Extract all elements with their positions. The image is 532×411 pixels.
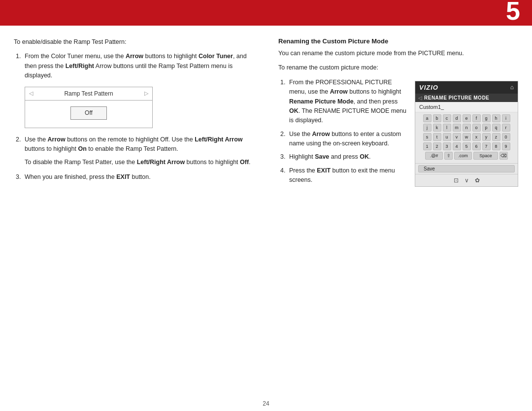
ramp-left-arrow-icon: ◁ — [29, 89, 33, 98]
key-y[interactable]: y — [482, 133, 491, 141]
key-4[interactable]: 4 — [453, 142, 461, 150]
key-r[interactable]: r — [502, 124, 510, 132]
ramp-test-pattern-box: ◁ Ramp Test Pattern ▷ Off — [25, 87, 153, 128]
key-c[interactable]: c — [443, 114, 451, 122]
key-backspace-icon[interactable]: ⌫ — [499, 152, 508, 160]
keyboard-row-1: a b c d e f g h i — [418, 114, 515, 122]
tv-ui-text-input[interactable]: Custom1_ — [415, 102, 518, 112]
key-q[interactable]: q — [492, 124, 500, 132]
keyboard-row-4: 1 2 3 4 5 6 7 8 9 — [418, 142, 515, 150]
right-column: Renaming the Custom Picture Mode You can… — [273, 37, 518, 387]
key-2[interactable]: 2 — [433, 142, 441, 150]
section-heading: Renaming the Custom Picture Mode — [278, 37, 518, 45]
right-intro-text: You can rename the custom picture mode f… — [278, 49, 518, 58]
key-w[interactable]: w — [463, 133, 471, 141]
key-l[interactable]: l — [443, 124, 451, 132]
right-step-2-text: Use the Arrow buttons to enter a custom … — [289, 131, 401, 147]
key-7[interactable]: 7 — [482, 142, 491, 150]
right-to-rename-text: To rename the custom picture mode: — [278, 63, 518, 72]
tv-menu-label: RENAME PICTURE MODE — [424, 95, 489, 101]
right-step-3-text: Highlight Save and press OK. — [289, 153, 370, 160]
left-step-3-text: When you are finished, press the EXIT bu… — [25, 173, 151, 180]
left-step-3: When you are finished, press the EXIT bu… — [23, 172, 254, 182]
key-e[interactable]: e — [463, 114, 471, 122]
ramp-box-label: Ramp Test Pattern — [64, 89, 113, 99]
tv-ui-mockup: VIZIO ⌂ ◁ RENAME PICTURE MODE Custom1_ a… — [415, 81, 518, 187]
key-j[interactable]: j — [423, 124, 432, 132]
tv-ui-footer: ⊡ ∨ ✿ — [415, 174, 518, 186]
keyboard-row-3: s t u v w x y z 0 — [418, 133, 515, 141]
key-z[interactable]: z — [492, 133, 500, 141]
tv-ui-save-row: Save — [415, 163, 518, 174]
key-shift[interactable]: ⇧ — [444, 152, 453, 160]
key-d[interactable]: d — [453, 114, 461, 122]
key-h[interactable]: h — [492, 114, 500, 122]
tv-footer-screen-icon: ⊡ — [454, 177, 459, 184]
right-step-1-text: From the PROFESSIONAL PICTURE menu, use … — [289, 79, 406, 124]
key-p[interactable]: p — [482, 124, 491, 132]
tv-ui-save-button[interactable]: Save — [418, 165, 515, 172]
key-g[interactable]: g — [482, 114, 491, 122]
key-s[interactable]: s — [423, 133, 432, 141]
left-steps-list: From the Color Tuner menu, use the Arrow… — [23, 52, 254, 182]
key-8[interactable]: 8 — [492, 142, 500, 150]
key-9[interactable]: 9 — [502, 142, 510, 150]
key-dotcom[interactable]: .com — [454, 152, 472, 160]
ramp-box-body: Off — [25, 101, 152, 128]
top-bar: 5 — [0, 0, 532, 26]
key-0[interactable]: 0 — [502, 133, 510, 141]
main-content: To enable/disable the Ramp Test Pattern:… — [0, 26, 532, 397]
chapter-number: 5 — [506, 0, 520, 24]
key-5[interactable]: 5 — [463, 142, 471, 150]
ramp-box-header: ◁ Ramp Test Pattern ▷ — [25, 87, 152, 101]
tv-menu-left-arrow-icon: ◁ — [418, 95, 422, 101]
key-x[interactable]: x — [472, 133, 481, 141]
key-f[interactable]: f — [472, 114, 481, 122]
ramp-right-arrow-icon: ▷ — [144, 89, 148, 98]
key-a[interactable]: a — [423, 114, 432, 122]
tv-ui-header: VIZIO ⌂ — [415, 81, 518, 94]
page-number: 24 — [263, 400, 269, 407]
key-v[interactable]: v — [453, 133, 461, 141]
left-step-1: From the Color Tuner menu, use the Arrow… — [23, 52, 254, 128]
right-step-4-text: Press the EXIT button to exit the menu s… — [289, 167, 395, 183]
key-3[interactable]: 3 — [443, 142, 451, 150]
vizio-logo: VIZIO — [419, 84, 438, 91]
left-step-2-subtext: To disable the Ramp Test Patter, use the… — [25, 158, 254, 167]
key-i[interactable]: i — [502, 114, 510, 122]
ramp-off-button[interactable]: Off — [70, 106, 107, 120]
key-space[interactable]: Space — [473, 152, 498, 160]
home-icon: ⌂ — [510, 84, 514, 91]
key-6[interactable]: 6 — [472, 142, 481, 150]
left-step-1-text: From the Color Tuner menu, use the Arrow… — [25, 53, 247, 79]
left-column: To enable/disable the Ramp Test Pattern:… — [14, 37, 259, 387]
keyboard-row-5: .@# ⇧ .com Space ⌫ — [418, 152, 515, 160]
tv-footer-down-icon: ∨ — [465, 177, 469, 184]
intro-text: To enable/disable the Ramp Test Pattern: — [14, 37, 254, 47]
left-step-2-text: Use the Arrow buttons on the remote to h… — [25, 136, 243, 152]
tv-ui-menu-row: ◁ RENAME PICTURE MODE — [415, 94, 518, 102]
keyboard-row-2: j k l m n o p q r — [418, 124, 515, 132]
key-b[interactable]: b — [433, 114, 441, 122]
tv-footer-settings-icon: ✿ — [475, 177, 480, 184]
tv-ui-keyboard: a b c d e f g h i j k l m n o — [415, 112, 518, 163]
key-1[interactable]: 1 — [423, 142, 432, 150]
key-u[interactable]: u — [443, 133, 451, 141]
key-at-hash[interactable]: .@# — [425, 152, 443, 160]
key-t[interactable]: t — [433, 133, 441, 141]
key-n[interactable]: n — [463, 124, 471, 132]
key-m[interactable]: m — [453, 124, 461, 132]
key-o[interactable]: o — [472, 124, 481, 132]
left-step-2: Use the Arrow buttons on the remote to h… — [23, 135, 254, 168]
key-k[interactable]: k — [433, 124, 441, 132]
